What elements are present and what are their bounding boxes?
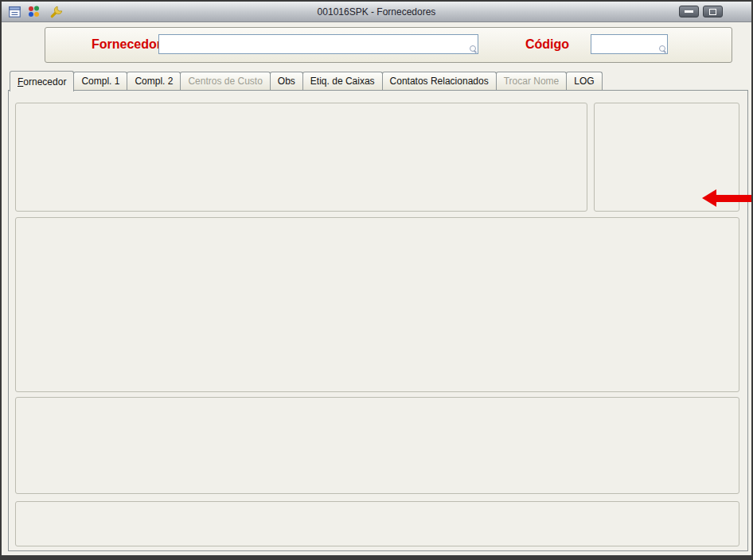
tab-log[interactable]: LOG xyxy=(566,72,602,90)
minimize-button[interactable] xyxy=(679,6,699,18)
intermediador-arrow-shaft xyxy=(713,195,751,202)
tab-compl-2[interactable]: Compl. 2 xyxy=(127,72,181,90)
tab-compl-1[interactable]: Compl. 1 xyxy=(73,72,127,90)
minimize-icon xyxy=(685,10,693,13)
app-window: 001016SPK - Fornecedores Fornecedor Códi… xyxy=(0,0,753,560)
tab-bar: Fornecedor Compl. 1 Compl. 2 Centros de … xyxy=(10,72,602,90)
fornecedor-input[interactable] xyxy=(158,34,478,54)
tab-trocar-nome: Trocar Nome xyxy=(496,72,568,90)
window-title: 001016SPK - Fornecedores xyxy=(2,6,751,18)
lookup-icon[interactable] xyxy=(659,45,666,52)
identity-group xyxy=(15,103,587,212)
tab-centros-de-custo: Centros de Custo xyxy=(180,72,270,90)
maximize-button[interactable] xyxy=(703,6,723,18)
address-group xyxy=(15,217,739,392)
contato-group xyxy=(15,397,739,494)
codigo-heading: Código xyxy=(525,37,569,52)
tab-contatos-relacionados[interactable]: Contatos Relacionados xyxy=(382,72,497,90)
title-bar: 001016SPK - Fornecedores xyxy=(2,2,751,22)
lookup-icon[interactable] xyxy=(470,45,477,52)
fornecedor-heading: Fornecedor xyxy=(92,37,162,52)
tab-obs[interactable]: Obs xyxy=(270,72,303,90)
maximize-icon xyxy=(709,9,716,15)
codigo-input[interactable] xyxy=(591,34,668,54)
tab-etiq-de-caixas[interactable]: Etiq. de Caixas xyxy=(302,72,383,90)
footer-group xyxy=(15,501,739,546)
tab-fornecedor[interactable]: Fornecedor xyxy=(10,71,74,91)
